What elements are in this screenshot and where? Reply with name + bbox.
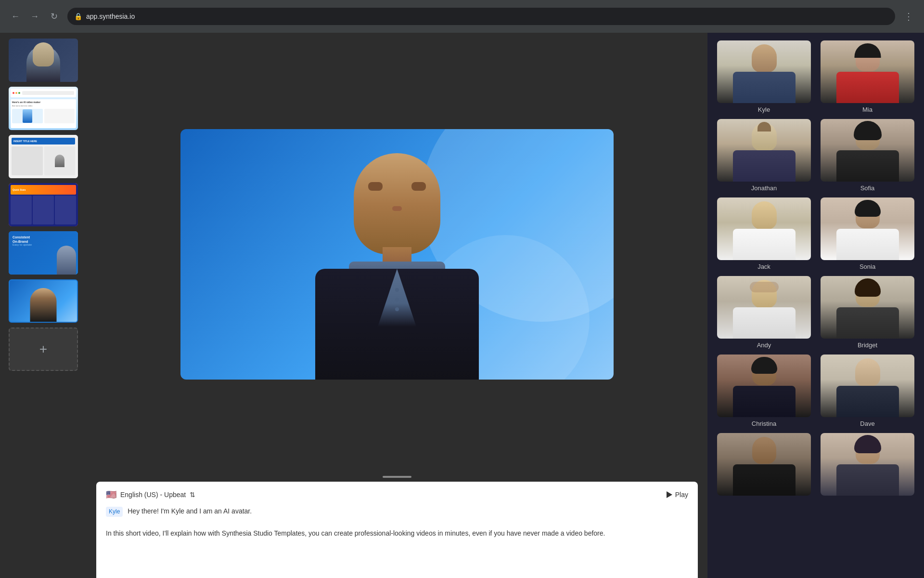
avatar-card-sonia[interactable]: Sonia (819, 197, 916, 270)
avatar-head (354, 153, 440, 254)
avatar-image-extra1 (717, 433, 811, 496)
scrollbar-thumb[interactable] (383, 476, 411, 478)
avatar-figure-sonia (821, 197, 914, 260)
avatar-figure-dave (821, 355, 914, 417)
play-label: Play (675, 491, 688, 499)
avatar-card-extra1[interactable] (715, 433, 813, 499)
avatar-figure-extra1 (717, 433, 811, 496)
script-toolbar: 🇺🇸 English (US) - Upbeat ⇅ Play (106, 489, 688, 500)
avatar-figure-jonathan (717, 119, 811, 182)
avatar-name-andy: Andy (757, 342, 771, 349)
slide-thumbnail-1[interactable] (9, 39, 78, 82)
avatar-figure-kyle (717, 40, 811, 103)
reload-button[interactable]: ↻ (46, 9, 62, 24)
avatar-card-dave[interactable]: Dave (819, 355, 916, 427)
slide-thumbnail-6-current[interactable] (9, 279, 78, 323)
avatar-image-extra2 (821, 433, 914, 496)
avatar-button-2 (395, 298, 399, 302)
center-area: 🇺🇸 English (US) - Upbeat ⇅ Play Kyle Hey… (87, 33, 707, 578)
avatar-body (315, 269, 479, 380)
avatar-figure-bridget (821, 276, 914, 339)
avatar-person (296, 134, 498, 380)
avatar-figure-sofia (821, 119, 914, 182)
avatar-card-christina[interactable]: Christina (715, 355, 813, 427)
script-text-1[interactable]: Hey there! I'm Kyle and I am an AI avata… (128, 507, 252, 515)
avatar-card-jonathan[interactable]: Jonathan (715, 119, 813, 192)
avatar-image-jonathan (717, 119, 811, 182)
avatar-image-mia (821, 40, 914, 103)
avatar-eye-left (368, 182, 383, 191)
back-button[interactable]: ← (8, 9, 23, 24)
avatar-figure-christina (717, 355, 811, 417)
script-line-2[interactable]: In this short video, I'll explain how wi… (106, 528, 688, 539)
avatar-image-bridget (821, 276, 914, 339)
browser-menu-button[interactable]: ⋮ (901, 9, 916, 24)
slide-thumbnail-5[interactable]: Consistent On-Brand Easy to update (9, 231, 78, 275)
avatar-name-sofia: Sofia (860, 184, 875, 192)
browser-chrome: ← → ↻ 🔒 app.synthesia.io ⋮ (0, 0, 924, 33)
avatar-card-kyle[interactable]: Kyle (715, 40, 813, 113)
avatar-card-bridget[interactable]: Bridget (819, 276, 916, 349)
slide-thumbnail-2[interactable]: Here's an AI video maker that turns text… (9, 87, 78, 130)
avatar-card-andy[interactable]: Andy (715, 276, 813, 349)
avatar-image-sonia (821, 197, 914, 260)
avatar-card-mia[interactable]: Mia (819, 40, 916, 113)
avatar-card-extra2[interactable] (819, 433, 916, 499)
left-sidebar: Here's an AI video maker that turns text… (0, 33, 87, 578)
avatar-name-kyle: Kyle (758, 106, 770, 113)
avatar-button-1 (395, 288, 399, 292)
language-label: English (US) - Upbeat (120, 491, 186, 499)
script-panel: 🇺🇸 English (US) - Upbeat ⇅ Play Kyle Hey… (96, 482, 698, 578)
avatar-name-christina: Christina (752, 420, 776, 427)
video-preview (87, 33, 707, 476)
language-selector[interactable]: 🇺🇸 English (US) - Upbeat ⇅ (106, 489, 195, 500)
language-chevron-icon: ⇅ (190, 491, 195, 499)
scroll-indicator (87, 476, 707, 480)
slide-thumbnail-3[interactable]: INSERT TITLE HERE (9, 135, 78, 178)
main-content: Here's an AI video maker that turns text… (0, 33, 924, 578)
avatar-name-dave: Dave (860, 420, 874, 427)
avatar-eye-right (411, 182, 426, 191)
right-sidebar: Kyle Mia (707, 33, 924, 578)
avatar-image-sofia (821, 119, 914, 182)
avatar-image-andy (717, 276, 811, 339)
avatar-figure-extra2 (821, 433, 914, 496)
avatar-button-3 (395, 307, 399, 311)
avatar-card-sofia[interactable]: Sofia (819, 119, 916, 192)
avatar-name-sonia: Sonia (860, 263, 875, 270)
url-text: app.synthesia.io (86, 13, 135, 20)
avatar-card-jack[interactable]: Jack (715, 197, 813, 270)
avatar-image-kyle (717, 40, 811, 103)
forward-button[interactable]: → (27, 9, 42, 24)
avatar-image-christina (717, 355, 811, 417)
address-bar[interactable]: 🔒 app.synthesia.io (67, 8, 895, 25)
avatar-figure-andy (717, 276, 811, 339)
avatar-figure-mia (821, 40, 914, 103)
nav-buttons: ← → ↻ (8, 9, 62, 24)
avatar-tag: Kyle (106, 507, 123, 517)
avatar-image-dave (821, 355, 914, 417)
avatar-grid: Kyle Mia (715, 40, 916, 499)
play-triangle-icon (667, 491, 672, 498)
script-line-1: Kyle Hey there! I'm Kyle and I am an AI … (106, 506, 688, 517)
script-content: Kyle Hey there! I'm Kyle and I am an AI … (106, 506, 688, 539)
avatar-nose (392, 206, 402, 211)
add-icon: + (39, 342, 47, 357)
add-slide-button[interactable]: + (9, 328, 78, 371)
slide-thumbnail-4[interactable]: Quick Stats (9, 183, 78, 226)
flag-icon: 🇺🇸 (106, 489, 116, 500)
avatar-figure-jack (717, 197, 811, 260)
avatar-name-jonathan: Jonathan (751, 184, 777, 192)
play-button[interactable]: Play (667, 491, 688, 499)
lock-icon: 🔒 (74, 13, 82, 20)
video-frame (180, 129, 614, 380)
avatar-name-mia: Mia (862, 106, 873, 113)
avatar-name-bridget: Bridget (858, 342, 877, 349)
avatar-name-jack: Jack (757, 263, 770, 270)
avatar-image-jack (717, 197, 811, 260)
